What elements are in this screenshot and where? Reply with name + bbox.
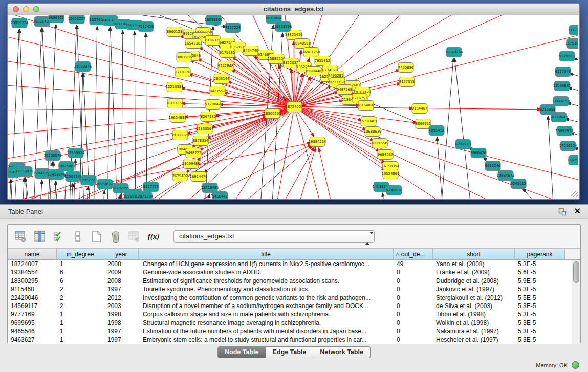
graph-node[interactable]: 20206576 [44,151,62,161]
graph-node[interactable]: 8267130 [201,112,216,122]
select-all-icon[interactable] [52,229,66,244]
graph-node[interactable]: 12871304 [136,192,154,200]
graph-node[interactable]: 9497568 [337,85,352,95]
graph-node[interactable]: 4095412 [429,126,444,136]
close-panel-icon[interactable]: ✕ [574,206,581,216]
graph-node[interactable]: 9170042 [205,100,221,110]
citation-network-graph[interactable]: 1872400718300295193845548960123891295518… [8,15,578,199]
tab-network-table[interactable]: Network Table [313,346,371,358]
graph-node[interactable]: 11451944 [48,170,66,180]
graph-node[interactable]: 9686246 [485,161,500,171]
graph-node[interactable]: 9242848 [218,61,233,71]
table-row[interactable]: 1938455462009Genome-wide association stu… [8,268,572,276]
network-canvas[interactable]: 1872400718300295193845548960123891295518… [8,15,579,199]
graph-node[interactable]: 17016504 [559,141,577,151]
tab-node-table[interactable]: Node Table [217,346,266,358]
graph-node[interactable]: 8990448 [306,67,321,76]
graph-node[interactable]: 13718485 [201,183,219,193]
function-builder-icon[interactable]: f(x) [146,229,161,244]
graph-node[interactable]: 12156819 [16,167,34,177]
graph-node[interactable]: 10688639 [364,127,382,137]
graph-node[interactable]: 18640910 [293,39,311,49]
graph-node[interactable]: 9684067 [378,150,393,160]
graph-node[interactable]: 15751074 [565,39,578,49]
graph-node[interactable]: 12353594 [196,124,214,134]
graph-node[interactable]: 13524869 [382,169,400,179]
graph-node[interactable]: 16210643 [550,113,568,122]
graph-node[interactable]: 17957223 [80,176,98,185]
delete-column-icon[interactable] [108,229,123,244]
graph-node[interactable]: 18300295 [264,109,281,119]
graph-node[interactable]: 7450836 [398,63,413,73]
graph-node[interactable]: 9154407 [412,104,427,114]
graph-node[interactable]: 8157515 [399,77,415,87]
graph-node[interactable]: 16914479 [190,172,208,182]
table-row[interactable]: 977716911998Corpus callosum shape and si… [8,310,572,318]
table-vertical-scrollbar[interactable] [572,260,580,344]
graph-node[interactable]: 9227343 [555,67,571,77]
graph-node[interactable]: 7625402 [172,171,188,181]
graph-node[interactable]: 10958167 [96,180,114,189]
graph-node[interactable]: 6791913 [455,140,471,149]
graph-node[interactable]: 10653257 [68,15,86,24]
graph-node[interactable]: 8960123 [167,27,182,37]
graph-node[interactable]: 16164892 [357,101,375,111]
graph-node[interactable]: 9857771 [143,182,159,192]
graph-node[interactable]: 11173590 [568,26,578,35]
graph-node[interactable]: 9450442 [212,192,228,200]
graph-node[interactable]: 9329966 [559,52,575,61]
graph-node[interactable]: 16033809 [205,15,223,25]
graph-node[interactable]: 9245082 [386,186,402,195]
graph-node[interactable]: 11675338 [568,156,578,165]
table-mode-icon[interactable] [14,229,28,244]
table-row[interactable]: 946362711997Embryonic stem cells: a mode… [8,336,572,344]
new-column-icon[interactable] [90,229,104,244]
graph-node[interactable]: 8427552 [210,86,225,96]
zoom-button[interactable] [33,6,39,12]
column-header-pagerank[interactable]: pagerank [515,249,565,260]
table-row[interactable]: 2242004622012Investigating the contribut… [8,294,572,302]
graph-node[interactable]: 9636512 [49,15,64,23]
graph-node[interactable]: 7512418 [138,22,154,32]
network-window[interactable]: citations_edges.txt 18724007183002951938… [7,3,580,200]
graph-node[interactable]: 16648784 [445,48,463,57]
graph-node[interactable]: 19166829 [171,130,189,140]
float-window-icon[interactable] [558,208,567,216]
graph-node[interactable]: 21053346 [74,62,92,72]
clear-selection-icon[interactable] [71,229,85,244]
column-header-title[interactable]: title [139,249,394,260]
column-header-year[interactable]: year [104,249,139,260]
graph-node[interactable]: 23055724 [11,18,29,28]
column-header-short[interactable]: short [433,249,515,260]
window-resize-grip[interactable] [571,191,578,198]
graph-node[interactable]: 9498222 [186,148,201,158]
graph-node[interactable]: 8096951 [416,119,431,129]
graph-node[interactable]: 9801986 [177,53,192,62]
graph-node[interactable]: 15692951 [556,126,574,136]
minimize-button[interactable] [23,6,29,12]
graph-node[interactable]: 9175685 [220,48,235,58]
graph-node[interactable]: 19654985 [169,113,187,123]
table-row[interactable]: 969969511998Structural magnetic resonanc… [8,319,572,327]
graph-node[interactable]: 12213383 [166,82,184,92]
table-row[interactable]: 1830029562008Estimation of significance … [8,277,572,285]
column-header-in_degree[interactable]: in_degree [57,249,104,260]
graph-node[interactable]: 8960426 [471,148,486,158]
column-header-name[interactable]: name [8,249,57,260]
table-source-select[interactable]: citations_edges.txt [173,230,375,243]
network-window-titlebar[interactable]: citations_edges.txt [8,4,579,15]
tab-edge-table[interactable]: Edge Table [266,346,314,358]
graph-node[interactable]: 8878334 [193,136,208,146]
graph-node[interactable]: 8186328 [205,36,221,46]
table-row[interactable]: 911546021997Tourette syndrome. Phenomeno… [8,285,572,293]
graph-node[interactable]: 19218596 [274,22,292,32]
column-header-out_de[interactable]: △out_de... [394,249,433,260]
graph-node[interactable]: 7955812 [315,56,330,66]
graph-node[interactable]: 18107554 [166,99,184,108]
scrollbar-thumb[interactable] [573,261,579,283]
graph-node[interactable]: 12093832 [553,81,571,91]
show-columns-icon[interactable] [33,229,47,244]
graph-node[interactable]: 12444159 [552,97,570,106]
graph-node[interactable]: 2803144 [214,74,229,84]
graph-node[interactable]: 19384554 [309,137,326,147]
